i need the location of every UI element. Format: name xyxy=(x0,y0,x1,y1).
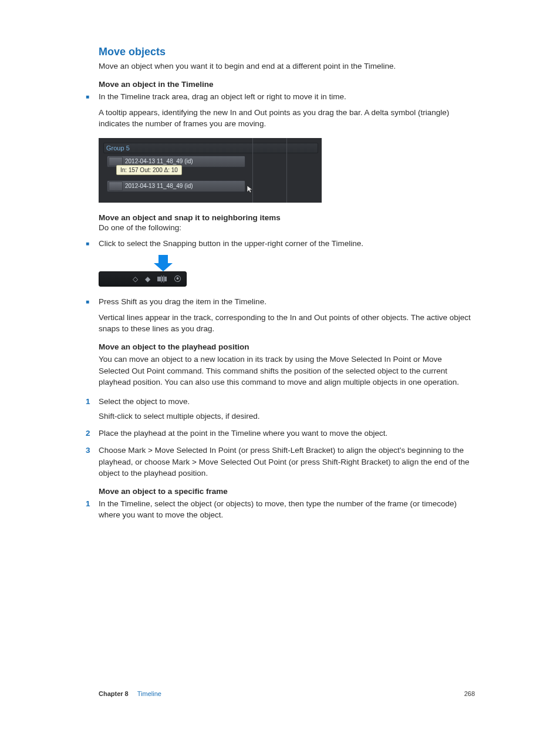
drag-tooltip: In: 157 Out: 200 Δ: 10 xyxy=(116,165,182,175)
step-number: 1 xyxy=(86,498,99,509)
step-number: 2 xyxy=(86,428,99,439)
page-number: 268 xyxy=(464,690,475,697)
footer-left: Chapter 8 Timeline xyxy=(99,690,161,697)
timeline-clip: 2012-04-13 11_48_49 (id) xyxy=(107,180,245,192)
paragraph: Vertical lines appear in the track, corr… xyxy=(99,312,475,334)
timeline-toolbar: ◇ ◆ ⦿ xyxy=(99,271,187,287)
bullet-icon: ■ xyxy=(86,91,99,102)
section-title: Move objects xyxy=(99,46,475,58)
paragraph: A tooltip appears, identifying the new I… xyxy=(99,107,475,129)
bullet-item: ■ In the Timeline track area, drag an ob… xyxy=(99,91,475,102)
subhead-playhead: Move an object to the playhead position xyxy=(99,342,475,351)
intro-paragraph: Move an object when you want it to begin… xyxy=(99,60,475,72)
bullet-text: Press Shift as you drag the item in the … xyxy=(99,296,266,307)
subhead-specific-frame: Move an object to a specific frame xyxy=(99,487,475,496)
step-number: 1 xyxy=(86,396,99,407)
bullet-item: ■ Click to select the Snapping button in… xyxy=(99,238,475,249)
step-text: Choose Mark > Move Selected In Point (or… xyxy=(99,445,475,478)
subhead-move-in-timeline: Move an object in the Timeline xyxy=(99,80,475,89)
bullet-icon: ■ xyxy=(86,238,99,249)
step-number: 3 xyxy=(86,445,99,456)
zoom-icon: ⦿ xyxy=(174,274,181,283)
step-text: Select the object to move. xyxy=(99,396,190,407)
grid-line xyxy=(286,138,287,203)
bullet-text: Click to select the Snapping button in t… xyxy=(99,238,363,249)
figure-snapping-button: ◇ ◆ ⦿ xyxy=(99,255,187,287)
snapping-button-icon xyxy=(157,277,167,281)
chapter-name: Timeline xyxy=(137,690,161,697)
arrow-down-icon xyxy=(153,255,174,271)
bullet-text: In the Timeline track area, drag an obje… xyxy=(99,91,346,102)
keyframe-diamond-icon: ◇ xyxy=(133,275,138,283)
bullet-item: ■ Press Shift as you drag the item in th… xyxy=(99,296,475,307)
bullet-icon: ■ xyxy=(86,296,99,307)
clip-label: 2012-04-13 11_48_49 (id) xyxy=(125,158,193,164)
grid-line xyxy=(252,138,253,203)
step-text: Place the playhead at the point in the T… xyxy=(99,428,387,439)
clip-label: 2012-04-13 11_48_49 (id) xyxy=(125,183,193,189)
figure-timeline-drag: Group 5 2012-04-13 11_48_49 (id) In: 157… xyxy=(99,138,322,203)
step-item: 3 Choose Mark > Move Selected In Point (… xyxy=(99,445,475,478)
lead-text: Do one of the following: xyxy=(99,222,475,233)
step-subtext: Shift-click to select multiple objects, … xyxy=(99,411,475,422)
step-text: In the Timeline, select the object (or o… xyxy=(99,498,475,520)
step-item: 1 In the Timeline, select the object (or… xyxy=(99,498,475,520)
step-item: 1 Select the object to move. xyxy=(99,396,475,407)
clip-thumbnail-icon xyxy=(109,181,123,191)
subhead-snap: Move an object and snap it to neighborin… xyxy=(99,213,475,222)
step-item: 2 Place the playhead at the point in the… xyxy=(99,428,475,439)
page: Move objects Move an object when you wan… xyxy=(0,0,560,743)
paragraph: You can move an object to a new location… xyxy=(99,354,475,387)
chapter-label: Chapter 8 xyxy=(99,690,129,697)
page-footer: Chapter 8 Timeline 268 xyxy=(99,690,475,697)
keyframe-diamond-icon: ◆ xyxy=(145,275,150,283)
